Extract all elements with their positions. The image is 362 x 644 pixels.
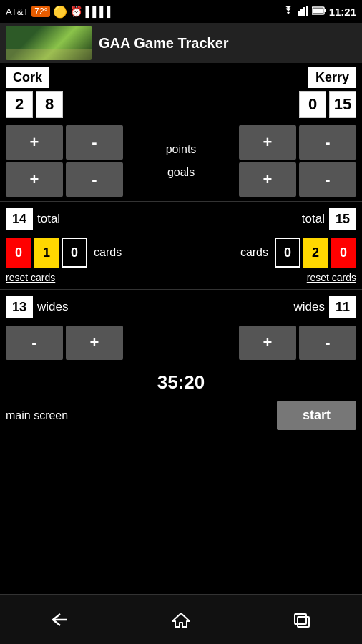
left-total-value: 14 <box>6 208 33 230</box>
nav-bar <box>0 594 362 644</box>
signal-icon <box>298 6 309 18</box>
status-left: AT&T 72° 🟡 ⏰ ▌▌▌▌ <box>6 5 114 19</box>
svg-rect-6 <box>313 8 323 13</box>
right-wides-buttons: + - <box>239 326 356 360</box>
left-btn-group: + - + - <box>6 125 123 197</box>
right-wides-plus-button[interactable]: + <box>239 326 296 360</box>
carrier-label: AT&T <box>6 6 29 17</box>
svg-marker-8 <box>172 613 190 627</box>
divider-2 <box>0 289 362 290</box>
left-goals-minus-button[interactable]: - <box>66 162 123 197</box>
battery-icon <box>312 6 326 17</box>
right-cards-label: cards <box>240 246 268 259</box>
start-button[interactable]: start <box>277 401 356 430</box>
left-goals-pair: + - <box>6 162 123 197</box>
right-goals-score: 0 <box>299 91 326 118</box>
recents-icon <box>292 611 312 628</box>
right-points-score: 15 <box>329 91 356 118</box>
left-cards-label: cards <box>94 246 122 259</box>
total-row: 14 total total 15 <box>0 203 362 235</box>
temp-badge: 72° <box>31 6 50 17</box>
timer-display: 35:20 <box>157 371 205 394</box>
right-total: total 15 <box>302 208 356 230</box>
right-cards: cards 0 2 0 <box>236 238 356 268</box>
right-yellow-card: 2 <box>303 238 328 268</box>
left-wides-value: 13 <box>6 296 33 318</box>
right-goals-plus-button[interactable]: + <box>239 162 296 197</box>
main-content: Cork Kerry 2 8 0 15 + - + - points <box>0 63 362 594</box>
left-total: 14 total <box>6 208 60 230</box>
center-labels: points goals <box>142 143 220 179</box>
goals-label: goals <box>167 166 195 179</box>
right-goals-pair: + - <box>239 162 356 197</box>
left-wides: 13 wides <box>6 296 68 318</box>
points-label: points <box>166 143 197 156</box>
left-cards: 0 1 0 cards <box>6 238 126 268</box>
score-row: 2 8 0 15 <box>0 89 362 122</box>
right-points-pair: + - <box>239 125 356 160</box>
wifi-icon <box>282 6 295 18</box>
wides-row: 13 wides wides 11 <box>0 291 362 323</box>
right-black-card-left: 0 <box>275 238 300 268</box>
status-right: 11:21 <box>282 6 356 18</box>
right-wides-value: 11 <box>329 296 356 318</box>
reset-cards-row: reset cards reset cards <box>0 270 362 288</box>
right-goals-minus-button[interactable]: - <box>299 162 356 197</box>
left-points-score: 8 <box>36 91 63 118</box>
svg-rect-2 <box>303 7 305 16</box>
left-reset-cards-button[interactable]: reset cards <box>6 272 55 283</box>
svg-rect-3 <box>306 6 308 16</box>
right-btn-group: + - + - <box>239 125 356 197</box>
left-red-card: 0 <box>6 238 31 268</box>
right-wides-minus-button[interactable]: - <box>299 326 356 360</box>
left-yellow-card: 1 <box>34 238 59 268</box>
left-score: 2 8 <box>6 91 63 118</box>
app-header: GAA Game Tracker <box>0 23 362 63</box>
back-button[interactable] <box>39 602 82 638</box>
wides-buttons-row: - + + - <box>0 323 362 363</box>
teams-row: Cork Kerry <box>0 63 362 89</box>
left-points-minus-button[interactable]: - <box>66 125 123 160</box>
bars-icon: ▌▌▌▌ <box>85 6 114 17</box>
right-points-minus-button[interactable]: - <box>299 125 356 160</box>
timer-row: 35:20 <box>0 363 362 396</box>
right-points-plus-button[interactable]: + <box>239 125 296 160</box>
header-image <box>6 26 92 60</box>
right-wides: wides 11 <box>294 296 356 318</box>
app-title: GAA Game Tracker <box>99 35 229 52</box>
bottom-controls: main screen start <box>0 396 362 437</box>
svg-rect-1 <box>300 9 303 16</box>
alarm-icon: ⏰ <box>70 6 82 17</box>
divider-1 <box>0 201 362 202</box>
cards-row: 0 1 0 cards cards 0 2 0 <box>0 235 362 270</box>
left-wides-buttons: - + <box>6 326 123 360</box>
back-icon <box>50 611 70 628</box>
left-points-plus-button[interactable]: + <box>6 125 63 160</box>
left-wides-plus-button[interactable]: + <box>66 326 123 360</box>
svg-rect-5 <box>324 9 326 12</box>
home-icon <box>171 611 191 628</box>
right-team-name: Kerry <box>308 67 356 88</box>
status-bar: AT&T 72° 🟡 ⏰ ▌▌▌▌ 11:21 <box>0 0 362 23</box>
svg-rect-9 <box>295 614 306 624</box>
main-screen-label: main screen <box>6 409 68 422</box>
left-points-pair: + - <box>6 125 123 160</box>
left-black-card: 0 <box>62 238 87 268</box>
right-reset-cards-button[interactable]: reset cards <box>307 272 356 283</box>
controls-row: + - + - points goals + - + - <box>0 122 362 200</box>
right-total-label: total <box>302 212 325 226</box>
left-goals-plus-button[interactable]: + <box>6 162 63 197</box>
right-red-card: 0 <box>331 238 356 268</box>
left-wides-minus-button[interactable]: - <box>6 326 63 360</box>
svg-rect-0 <box>298 11 300 16</box>
right-total-value: 15 <box>329 208 356 230</box>
left-total-label: total <box>37 212 60 226</box>
left-wides-label: wides <box>37 300 68 314</box>
left-team-name: Cork <box>6 67 49 88</box>
time-display: 11:21 <box>329 6 356 18</box>
recents-button[interactable] <box>280 602 323 638</box>
left-goals-score: 2 <box>6 91 33 118</box>
circle-icon: 🟡 <box>53 5 67 19</box>
right-score: 0 15 <box>299 91 356 118</box>
home-button[interactable] <box>160 602 202 638</box>
